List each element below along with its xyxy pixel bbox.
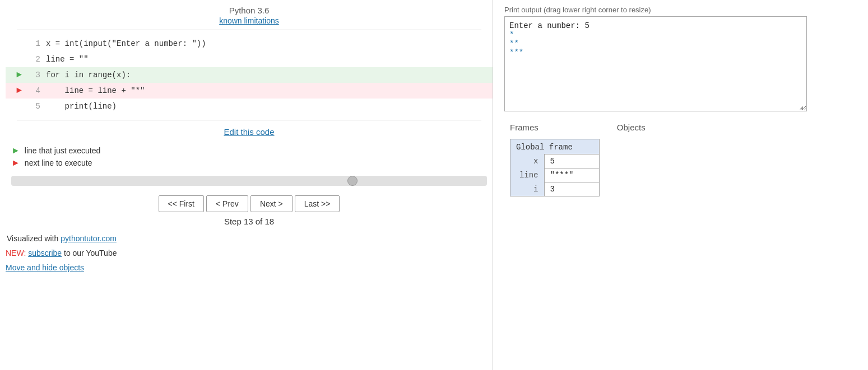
- navigation-buttons: << First < Prev Next > Last >>: [6, 195, 493, 212]
- frames-label: Frames: [510, 123, 539, 132]
- arrow-2: [11, 54, 27, 64]
- first-button[interactable]: << First: [159, 195, 204, 212]
- last-button[interactable]: Last >>: [295, 195, 340, 212]
- arrow-5: [11, 101, 27, 111]
- output-line-2: *: [509, 30, 802, 39]
- line-num-5: 5: [27, 102, 40, 111]
- global-frame-box: Global frame x 5 line "***" i 3: [510, 139, 600, 196]
- step-slider-container[interactable]: [6, 176, 493, 188]
- objects-label: Objects: [617, 123, 646, 132]
- arrow-1: [11, 39, 27, 49]
- arrow-3: ►: [11, 70, 27, 80]
- arrow-4: ►: [11, 86, 27, 96]
- next-button[interactable]: Next >: [250, 195, 293, 212]
- global-frame-title: Global frame: [510, 139, 599, 154]
- frame-var-name-x: x: [510, 154, 544, 168]
- frame-row-line: line "***": [510, 168, 599, 182]
- line-num-2: 2: [27, 55, 40, 64]
- right-panel: Print output (drag lower right corner to…: [493, 0, 868, 370]
- pythontutor-link[interactable]: pythontutor.com: [61, 234, 117, 243]
- left-panel: Python 3.6 known limitations 1 x = int(i…: [0, 0, 493, 370]
- frame-row-i: i 3: [510, 182, 599, 196]
- line-num-1: 1: [27, 39, 40, 48]
- new-label: NEW:: [6, 249, 26, 257]
- code-line-5: 5 print(line): [6, 99, 493, 114]
- code-text-4: line = line + "*": [46, 86, 145, 95]
- legend-red: ► next line to execute: [11, 158, 493, 168]
- known-limitations-link[interactable]: known limitations: [6, 16, 493, 25]
- visualized-label: Visualized with: [7, 234, 58, 243]
- edit-this-code-link[interactable]: Edit this code: [6, 127, 493, 137]
- print-output-box: Enter a number: 5 * ** *** ◢: [504, 16, 807, 111]
- prev-button[interactable]: < Prev: [206, 195, 248, 212]
- green-arrow-icon: ►: [11, 146, 20, 156]
- frame-row-x: x 5: [510, 154, 599, 168]
- code-text-2: line = "": [46, 55, 89, 64]
- frame-var-value-line: "***": [544, 168, 599, 182]
- visualized-text: Visualized with pythontutor.com: [6, 234, 493, 243]
- code-line-2: 2 line = "": [6, 51, 493, 67]
- code-area: 1 x = int(input("Enter a number: ")) 2 l…: [6, 34, 493, 116]
- step-info: Step 13 of 18: [6, 217, 493, 226]
- frame-table: x 5 line "***" i 3: [510, 154, 599, 196]
- frames-objects-header: Frames Objects: [504, 123, 857, 132]
- legend: ► line that just executed ► next line to…: [6, 146, 493, 168]
- legend-green: ► line that just executed: [11, 146, 493, 156]
- move-hide-link[interactable]: Move and hide objects: [6, 263, 84, 272]
- frame-var-name-line: line: [510, 168, 544, 182]
- code-text-1: x = int(input("Enter a number: ")): [46, 39, 206, 48]
- python-version: Python 3.6: [6, 6, 493, 15]
- red-legend-label: next line to execute: [25, 158, 92, 167]
- code-line-1: 1 x = int(input("Enter a number: ")): [6, 36, 493, 51]
- new-subscribe-text: NEW: subscribe to our YouTube: [6, 249, 493, 257]
- code-text-5: print(line): [46, 102, 117, 111]
- output-line-3: **: [509, 39, 802, 48]
- code-line-4: ► 4 line = line + "*": [6, 83, 493, 99]
- frame-var-name-i: i: [510, 182, 544, 196]
- line-num-4: 4: [27, 86, 40, 95]
- step-slider[interactable]: [11, 176, 487, 186]
- green-legend-label: line that just executed: [25, 146, 100, 155]
- line-num-3: 3: [27, 71, 40, 79]
- output-line-4: ***: [509, 48, 802, 57]
- code-line-3: ► 3 for i in range(x):: [6, 67, 493, 83]
- frame-var-value-i: 3: [544, 182, 599, 196]
- output-line-1: Enter a number: 5: [509, 21, 802, 30]
- code-text-3: for i in range(x):: [46, 71, 131, 79]
- red-arrow-icon: ►: [11, 158, 20, 168]
- subscribe-link[interactable]: subscribe: [28, 249, 62, 257]
- print-output-label: Print output (drag lower right corner to…: [504, 6, 857, 14]
- frame-var-value-x: 5: [544, 154, 599, 168]
- subscribe-rest: to our YouTube: [64, 249, 117, 257]
- resize-handle[interactable]: ◢: [800, 104, 805, 110]
